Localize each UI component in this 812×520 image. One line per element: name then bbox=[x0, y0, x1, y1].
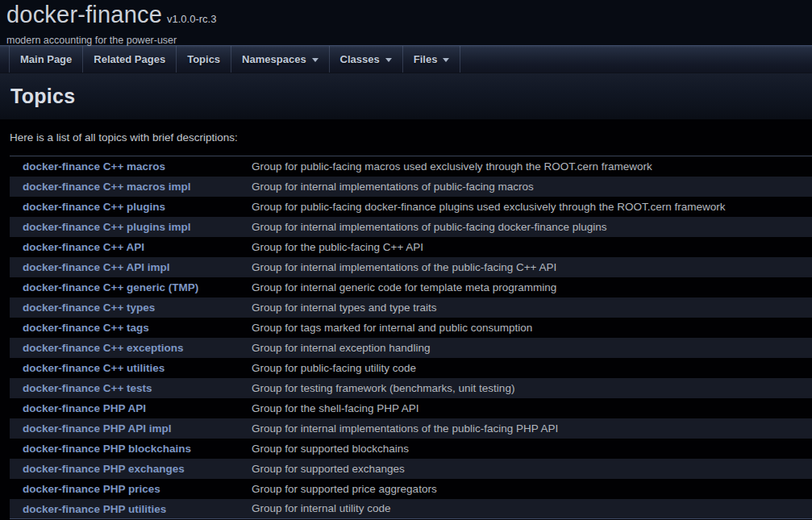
topic-description: Group for tags marked for internal and p… bbox=[251, 318, 812, 338]
topic-entry-cell: docker-finance C++ plugins bbox=[10, 197, 251, 217]
contents: Here is a list of all topics with brief … bbox=[0, 119, 812, 519]
topic-entry-cell: docker-finance C++ tags bbox=[10, 318, 251, 338]
topic-description: Group for internal generic code for temp… bbox=[251, 277, 812, 297]
table-row: docker-finance PHP pricesGroup for suppo… bbox=[10, 479, 812, 499]
table-row: docker-finance C++ plugins implGroup for… bbox=[10, 217, 812, 237]
tab-label: Topics bbox=[187, 53, 220, 65]
topic-description: Group for internal implementations of th… bbox=[251, 257, 812, 277]
topic-description: Group for supported exchanges bbox=[251, 459, 812, 479]
intro-text: Here is a list of all topics with brief … bbox=[10, 131, 812, 144]
topic-entry-cell: docker-finance C++ types bbox=[10, 297, 251, 318]
tab-label: Namespaces bbox=[242, 53, 306, 65]
topic-link[interactable]: docker-finance C++ tags bbox=[23, 322, 149, 334]
tab-namespaces[interactable]: Namespaces bbox=[231, 46, 330, 73]
topic-description: Group for the shell-facing PHP API bbox=[251, 398, 812, 418]
topic-entry-cell: docker-finance PHP API bbox=[10, 398, 251, 418]
topics-table-body: docker-finance C++ macrosGroup for publi… bbox=[10, 156, 812, 519]
topic-entry-cell: docker-finance C++ generic (TMP) bbox=[10, 277, 251, 297]
tab-label: Classes bbox=[340, 53, 380, 65]
table-row: docker-finance C++ tagsGroup for tags ma… bbox=[10, 318, 812, 338]
topic-description: Group for internal implementations of pu… bbox=[251, 217, 812, 237]
topic-entry-cell: docker-finance C++ macros impl bbox=[10, 177, 251, 197]
chevron-down-icon bbox=[385, 58, 392, 62]
table-row: docker-finance C++ generic (TMP)Group fo… bbox=[10, 277, 812, 297]
topic-link[interactable]: docker-finance C++ plugins bbox=[23, 201, 165, 213]
topic-link[interactable]: docker-finance PHP API impl bbox=[23, 422, 172, 435]
table-row: docker-finance C++ pluginsGroup for publ… bbox=[10, 197, 812, 217]
topic-link[interactable]: docker-finance PHP utilities bbox=[23, 503, 166, 515]
nav-fill bbox=[460, 46, 812, 73]
topic-link[interactable]: docker-finance PHP exchanges bbox=[23, 463, 185, 475]
topic-entry-cell: docker-finance PHP exchanges bbox=[10, 459, 251, 479]
topic-link[interactable]: docker-finance C++ macros impl bbox=[23, 181, 191, 193]
topic-description: Group for testing framework (benchmarks,… bbox=[251, 378, 812, 398]
table-row: docker-finance PHP blockchainsGroup for … bbox=[10, 439, 812, 459]
tab-label: Related Pages bbox=[94, 53, 165, 65]
topic-link[interactable]: docker-finance C++ types bbox=[23, 302, 155, 314]
topic-entry-cell: docker-finance C++ API bbox=[10, 237, 251, 257]
tab-main-page[interactable]: Main Page bbox=[10, 46, 83, 73]
topic-link[interactable]: docker-finance PHP blockchains bbox=[23, 443, 191, 455]
table-row: docker-finance C++ macros implGroup for … bbox=[10, 177, 812, 197]
topic-entry-cell: docker-finance C++ macros bbox=[10, 156, 251, 177]
page-title: Topics bbox=[10, 85, 812, 108]
topic-description: Group for internal types and type traits bbox=[251, 297, 812, 318]
topic-entry-cell: docker-finance PHP blockchains bbox=[10, 439, 251, 459]
table-row: docker-finance PHP APIGroup for the shel… bbox=[10, 398, 812, 418]
topic-description: Group for public-facing macros used excl… bbox=[251, 156, 812, 177]
topic-link[interactable]: docker-finance C++ macros bbox=[23, 160, 165, 173]
topics-table: docker-finance C++ macrosGroup for publi… bbox=[10, 156, 812, 519]
topic-link[interactable]: docker-finance C++ utilities bbox=[23, 362, 164, 374]
topic-description: Group for internal exception handling bbox=[251, 338, 812, 358]
topic-link[interactable]: docker-finance C++ plugins impl bbox=[23, 221, 191, 233]
topic-link[interactable]: docker-finance C++ tests bbox=[23, 382, 152, 394]
project-name: docker-finance bbox=[6, 2, 162, 27]
topic-link[interactable]: docker-finance PHP API bbox=[23, 402, 146, 414]
project-version: v1.0.0-rc.3 bbox=[167, 13, 216, 25]
tab-classes[interactable]: Classes bbox=[330, 46, 403, 73]
topic-description: Group for supported price aggregators bbox=[251, 479, 812, 499]
topic-link[interactable]: docker-finance C++ API bbox=[23, 241, 144, 253]
topic-entry-cell: docker-finance C++ API impl bbox=[10, 257, 251, 277]
table-row: docker-finance PHP API implGroup for int… bbox=[10, 418, 812, 439]
topic-entry-cell: docker-finance PHP API impl bbox=[10, 418, 251, 439]
topic-description: Group for the public-facing C++ API bbox=[251, 237, 812, 257]
main-nav: Main PageRelated PagesTopicsNamespacesCl… bbox=[0, 45, 812, 73]
page-header: Topics bbox=[0, 73, 812, 119]
tab-related-pages[interactable]: Related Pages bbox=[83, 46, 177, 73]
table-row: docker-finance C++ typesGroup for intern… bbox=[10, 297, 812, 318]
table-row: docker-finance C++ testsGroup for testin… bbox=[10, 378, 812, 398]
topic-description: Group for internal implementations of pu… bbox=[251, 177, 812, 197]
topic-link[interactable]: docker-finance C++ API impl bbox=[23, 261, 170, 273]
tab-label: Files bbox=[414, 53, 438, 65]
topic-description: Group for supported blockchains bbox=[251, 439, 812, 459]
table-row: docker-finance C++ exceptionsGroup for i… bbox=[10, 338, 812, 358]
topic-description: Group for public-facing utility code bbox=[251, 358, 812, 378]
topic-link[interactable]: docker-finance C++ generic (TMP) bbox=[23, 281, 198, 293]
table-row: docker-finance C++ macrosGroup for publi… bbox=[10, 156, 812, 177]
topic-entry-cell: docker-finance C++ exceptions bbox=[10, 338, 251, 358]
nav-spacer bbox=[0, 46, 10, 73]
table-row: docker-finance PHP exchangesGroup for su… bbox=[10, 459, 812, 479]
tab-label: Main Page bbox=[20, 53, 72, 65]
table-row: docker-finance C++ utilitiesGroup for pu… bbox=[10, 358, 812, 378]
topic-entry-cell: docker-finance PHP utilities bbox=[10, 499, 251, 519]
table-row: docker-finance PHP utilitiesGroup for in… bbox=[10, 499, 812, 519]
tab-topics[interactable]: Topics bbox=[177, 46, 231, 73]
topic-description: Group for internal implementations of th… bbox=[251, 418, 812, 439]
title-area: docker-financev1.0.0-rc.3 modern account… bbox=[0, 0, 812, 45]
tab-files[interactable]: Files bbox=[403, 46, 461, 73]
chevron-down-icon bbox=[443, 58, 449, 62]
topic-entry-cell: docker-finance C++ tests bbox=[10, 378, 251, 398]
topic-description: Group for internal utility code bbox=[251, 499, 812, 519]
topic-link[interactable]: docker-finance PHP prices bbox=[23, 483, 160, 495]
topic-entry-cell: docker-finance PHP prices bbox=[10, 479, 251, 499]
topic-entry-cell: docker-finance C++ plugins impl bbox=[10, 217, 251, 237]
topic-description: Group for public-facing docker-finance p… bbox=[251, 197, 812, 217]
table-row: docker-finance C++ API implGroup for int… bbox=[10, 257, 812, 277]
table-row: docker-finance C++ APIGroup for the publ… bbox=[10, 237, 812, 257]
topic-link[interactable]: docker-finance C++ exceptions bbox=[23, 342, 184, 354]
chevron-down-icon bbox=[312, 58, 319, 62]
topic-entry-cell: docker-finance C++ utilities bbox=[10, 358, 251, 378]
